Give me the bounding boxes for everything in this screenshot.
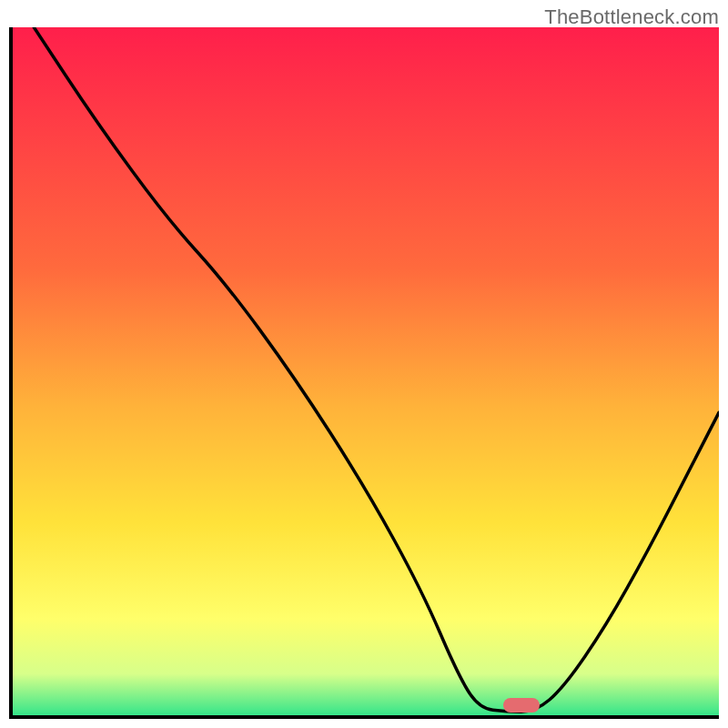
plot-area: [13, 27, 719, 715]
plot-svg: [13, 27, 719, 715]
plot-frame: [9, 27, 719, 719]
watermark-text: TheBottleneck.com: [544, 5, 719, 29]
optimal-marker: [503, 698, 540, 713]
chart-container: TheBottleneck.com: [0, 0, 728, 728]
